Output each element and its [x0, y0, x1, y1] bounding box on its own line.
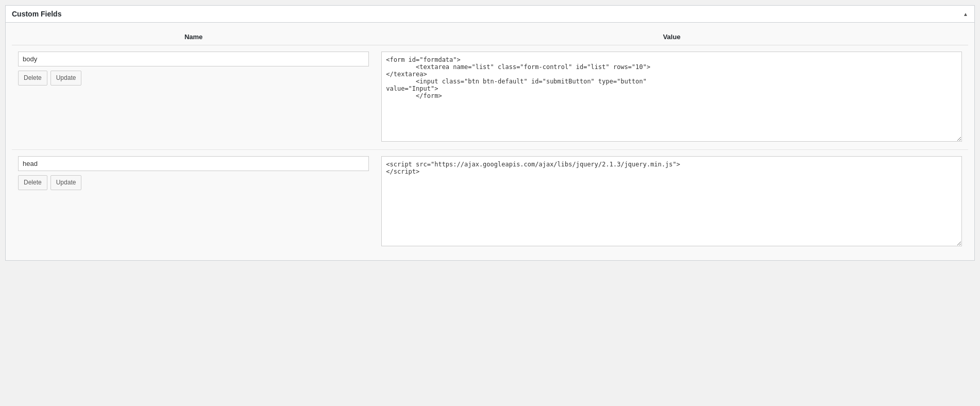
delete-button-head[interactable]: Delete [18, 175, 47, 190]
value-textarea-head[interactable] [381, 156, 962, 246]
value-cell-head [375, 156, 968, 248]
value-cell-body [375, 52, 968, 143]
panel-body: Name Value Delete Update Delete U [6, 23, 974, 260]
table-header: Name Value [12, 29, 968, 45]
value-textarea-body[interactable] [381, 52, 962, 142]
update-button-head[interactable]: Update [50, 175, 82, 190]
column-header-name: Name [12, 33, 375, 41]
btn-group-body: Delete Update [18, 71, 369, 86]
custom-fields-panel: Custom Fields ▲ Name Value Delete Update [5, 5, 975, 261]
column-header-value: Value [375, 33, 968, 41]
name-input-body[interactable] [18, 52, 369, 66]
delete-button-body[interactable]: Delete [18, 71, 47, 86]
panel-title: Custom Fields [12, 10, 61, 18]
table-row: Delete Update [12, 150, 968, 254]
name-cell-body: Delete Update [12, 52, 375, 86]
name-cell-head: Delete Update [12, 156, 375, 190]
update-button-body[interactable]: Update [50, 71, 82, 86]
name-input-head[interactable] [18, 156, 369, 171]
btn-group-head: Delete Update [18, 175, 369, 190]
panel-header: Custom Fields ▲ [6, 6, 974, 23]
table-row: Delete Update [12, 45, 968, 150]
collapse-icon[interactable]: ▲ [963, 11, 968, 17]
